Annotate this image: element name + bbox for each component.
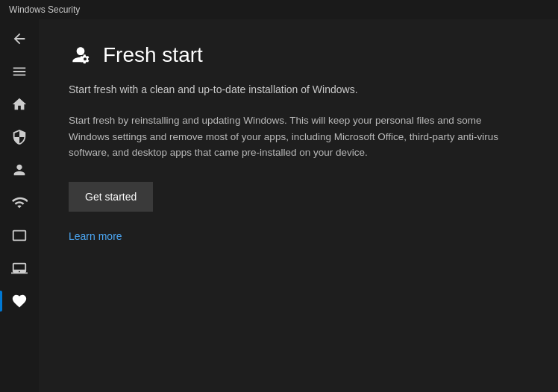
heart-icon (11, 293, 28, 309)
shield-icon (11, 129, 28, 145)
title-bar: Windows Security (0, 0, 558, 19)
get-started-button[interactable]: Get started (69, 182, 153, 212)
app-container: Fresh start Start fresh with a clean and… (0, 19, 558, 392)
home-icon (11, 96, 28, 113)
sidebar-item-health[interactable] (0, 285, 39, 317)
sidebar-item-device-security[interactable] (0, 252, 39, 285)
menu-icon (11, 63, 28, 80)
computer-icon (11, 260, 28, 276)
fresh-start-icon (69, 43, 93, 67)
sidebar-item-firewall[interactable] (0, 186, 39, 219)
learn-more-link[interactable]: Learn more (69, 230, 122, 242)
sidebar-item-menu[interactable] (0, 55, 39, 88)
sidebar-item-home[interactable] (0, 88, 39, 121)
sidebar-item-back[interactable] (0, 22, 39, 55)
page-subtitle: Start fresh with a clean and up-to-date … (69, 82, 528, 98)
account-icon (11, 162, 28, 178)
sidebar-item-virus-protection[interactable] (0, 121, 39, 154)
browser-icon (11, 227, 28, 244)
wifi-icon (11, 195, 28, 211)
sidebar (0, 19, 39, 392)
back-icon (11, 31, 28, 47)
sidebar-item-account-protection[interactable] (0, 154, 39, 186)
title-bar-label: Windows Security (9, 4, 80, 15)
page-description: Start fresh by reinstalling and updating… (69, 113, 501, 161)
sidebar-item-app-browser[interactable] (0, 219, 39, 252)
page-title: Fresh start (103, 43, 203, 67)
main-content: Fresh start Start fresh with a clean and… (39, 19, 558, 392)
page-title-row: Fresh start (69, 43, 528, 67)
